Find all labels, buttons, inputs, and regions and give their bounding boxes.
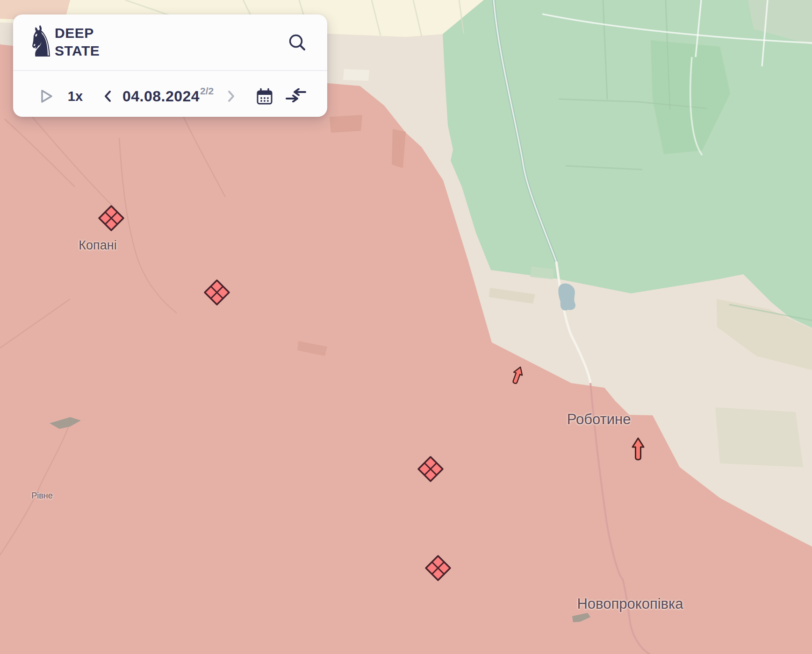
brand-line2: STATE bbox=[55, 42, 100, 60]
brand-line1: DEEP bbox=[55, 24, 100, 42]
date-page-indicator: 2/2 bbox=[200, 85, 214, 97]
speed-toggle[interactable]: 1x bbox=[68, 89, 83, 104]
panel-divider bbox=[13, 70, 327, 71]
prev-date-button[interactable] bbox=[102, 90, 113, 103]
calendar-icon bbox=[255, 87, 274, 106]
play-icon bbox=[39, 88, 54, 104]
chevron-left-icon bbox=[102, 90, 113, 103]
compare-arrows-icon bbox=[283, 88, 309, 102]
next-date-button[interactable] bbox=[226, 90, 237, 103]
current-date[interactable]: 04.08.2024 bbox=[122, 88, 200, 105]
pond bbox=[558, 284, 575, 311]
search-icon bbox=[287, 33, 307, 53]
brand-wordmark: DEEP STATE bbox=[55, 24, 100, 60]
knight-logo-icon: ♞ bbox=[27, 21, 55, 64]
chevron-right-icon bbox=[226, 90, 237, 103]
calendar-button[interactable] bbox=[255, 87, 274, 106]
compare-dates-button[interactable] bbox=[283, 88, 309, 102]
control-panel: ♞ DEEP STATE 1x 04.08.2024 2/2 bbox=[13, 14, 327, 117]
play-button[interactable] bbox=[39, 88, 54, 104]
map-viewport[interactable]: КопаніРоботинеНовопрокопівкаРівне ♞ DEEP… bbox=[0, 0, 812, 654]
search-button[interactable] bbox=[287, 33, 307, 53]
